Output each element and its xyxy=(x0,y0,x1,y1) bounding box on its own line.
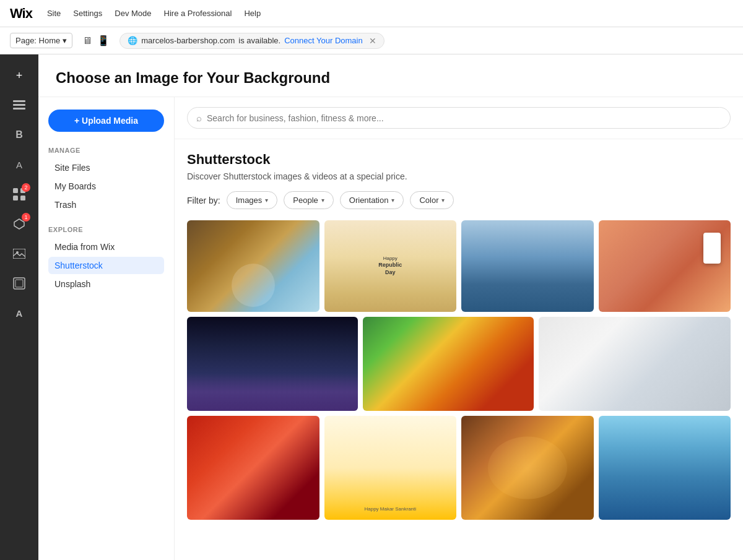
second-bar: Page: Home ▾ 🖥 📱 🌐 marcelos-barbershop.c… xyxy=(0,27,743,54)
image-card-business-woman[interactable] xyxy=(599,416,731,520)
filter-people-button[interactable]: People ▾ xyxy=(284,191,333,209)
chevron-down-icon: ▾ xyxy=(63,36,67,45)
svg-rect-6 xyxy=(20,196,25,200)
device-icons: 🖥 📱 xyxy=(82,35,110,46)
image-card-cup[interactable] xyxy=(187,220,319,312)
right-content: ⌕ Shutterstock Discover Shutterstock ima… xyxy=(175,97,743,560)
image-card-woman-phone[interactable] xyxy=(599,220,731,312)
blocks-badge: 1 xyxy=(22,213,30,222)
modal-title: Choose an Image for Your Background xyxy=(56,69,726,87)
image-card-stadium[interactable] xyxy=(187,317,358,411)
left-sidebar: + B A 2 1 A xyxy=(0,54,38,560)
top-bar: Wix Site Settings Dev Mode Hire a Profes… xyxy=(0,0,743,27)
sidebar-add-icon[interactable]: + xyxy=(6,62,33,89)
nav-my-boards[interactable]: My Boards xyxy=(48,178,164,195)
nav-trash[interactable]: Trash xyxy=(48,196,164,213)
domain-available-text: is available. xyxy=(238,36,280,45)
menu-devmode[interactable]: Dev Mode xyxy=(115,9,151,18)
image-card-office[interactable] xyxy=(539,317,731,411)
left-panel: + Upload Media MANAGE Site Files My Boar… xyxy=(38,97,175,560)
domain-bar: 🌐 marcelos-barbershop.com is available. … xyxy=(119,33,384,49)
filter-orientation-button[interactable]: Orientation ▾ xyxy=(340,191,404,209)
image-card-makar[interactable]: Happy Makar Sankranti xyxy=(324,416,457,520)
menu-settings[interactable]: Settings xyxy=(73,9,102,18)
nav-shutterstock[interactable]: Shutterstock xyxy=(48,257,164,274)
search-bar: ⌕ xyxy=(175,97,743,139)
image-card-couple[interactable] xyxy=(461,416,594,520)
svg-rect-1 xyxy=(13,104,25,106)
filter-orientation-label: Orientation xyxy=(349,196,389,205)
nav-unsplash[interactable]: Unsplash xyxy=(48,275,164,293)
search-input-wrap: ⌕ xyxy=(187,107,731,129)
connect-domain-link[interactable]: Connect Your Domain xyxy=(284,36,362,45)
menu-help[interactable]: Help xyxy=(244,9,261,18)
sidebar-data-icon[interactable]: A xyxy=(6,299,33,327)
page-label: Page: Home xyxy=(15,36,60,45)
wix-logo: Wix xyxy=(10,6,32,22)
filter-images-button[interactable]: Images ▾ xyxy=(227,191,278,209)
image-card-dance[interactable] xyxy=(187,416,319,520)
close-domain-bar-icon[interactable]: ✕ xyxy=(369,36,376,46)
image-card-man[interactable] xyxy=(461,220,594,312)
modal: Choose an Image for Your Background + Up… xyxy=(38,54,743,560)
modal-overlay: Choose an Image for Your Background + Up… xyxy=(38,54,743,560)
sidebar-blocks-icon[interactable]: 1 xyxy=(6,210,33,238)
nav-site-files[interactable]: Site Files xyxy=(48,159,164,176)
nav-media-from-wix[interactable]: Media from Wix xyxy=(48,238,164,256)
sidebar-text-icon[interactable]: B xyxy=(6,121,33,149)
svg-rect-7 xyxy=(13,249,25,259)
sidebar-theme-icon[interactable]: A xyxy=(6,151,33,178)
chevron-images-icon: ▾ xyxy=(265,197,268,204)
manage-section-label: MANAGE xyxy=(48,147,164,154)
explore-section-label: EXPLORE xyxy=(48,226,164,233)
page-selector[interactable]: Page: Home ▾ xyxy=(10,33,72,48)
desktop-icon[interactable]: 🖥 xyxy=(82,35,92,46)
image-card-india[interactable]: Happy Republic Day xyxy=(324,220,457,312)
chevron-orientation-icon: ▾ xyxy=(391,197,394,204)
modal-body: + Upload Media MANAGE Site Files My Boar… xyxy=(38,97,743,560)
sidebar-store-icon[interactable] xyxy=(6,270,33,297)
search-icon: ⌕ xyxy=(196,113,202,123)
filter-bar: Filter by: Images ▾ People ▾ Orientation… xyxy=(187,191,731,209)
upload-media-button[interactable]: + Upload Media xyxy=(48,110,164,132)
modal-header: Choose an Image for Your Background xyxy=(38,54,743,97)
svg-rect-10 xyxy=(15,280,23,287)
sidebar-apps-icon[interactable]: 2 xyxy=(6,181,33,208)
search-input[interactable] xyxy=(207,113,721,123)
filter-images-label: Images xyxy=(236,196,263,205)
content-subtitle: Discover Shutterstock images & videos at… xyxy=(187,171,731,181)
content-area: Shutterstock Discover Shutterstock image… xyxy=(175,139,743,560)
menu-site[interactable]: Site xyxy=(47,9,61,18)
svg-rect-5 xyxy=(13,196,18,200)
sidebar-layers-icon[interactable] xyxy=(6,92,33,119)
apps-badge: 2 xyxy=(22,183,30,192)
filter-people-label: People xyxy=(293,196,318,205)
svg-rect-2 xyxy=(13,108,25,110)
sidebar-media-icon[interactable] xyxy=(6,240,33,267)
content-title: Shutterstock xyxy=(187,152,731,168)
svg-rect-3 xyxy=(13,188,18,193)
globe-icon: 🌐 xyxy=(128,36,137,45)
menu-hire[interactable]: Hire a Professional xyxy=(164,9,232,18)
chevron-people-icon: ▾ xyxy=(321,197,324,204)
chevron-color-icon: ▾ xyxy=(441,197,445,204)
top-bar-menu: Site Settings Dev Mode Hire a Profession… xyxy=(47,9,261,18)
domain-name: marcelos-barbershop.com xyxy=(141,36,235,45)
filter-color-button[interactable]: Color ▾ xyxy=(410,191,454,209)
svg-rect-0 xyxy=(13,100,25,102)
filter-color-label: Color xyxy=(419,196,438,205)
image-card-carnival[interactable] xyxy=(363,317,534,411)
mobile-icon[interactable]: 📱 xyxy=(97,35,110,46)
filter-label: Filter by: xyxy=(187,196,220,205)
